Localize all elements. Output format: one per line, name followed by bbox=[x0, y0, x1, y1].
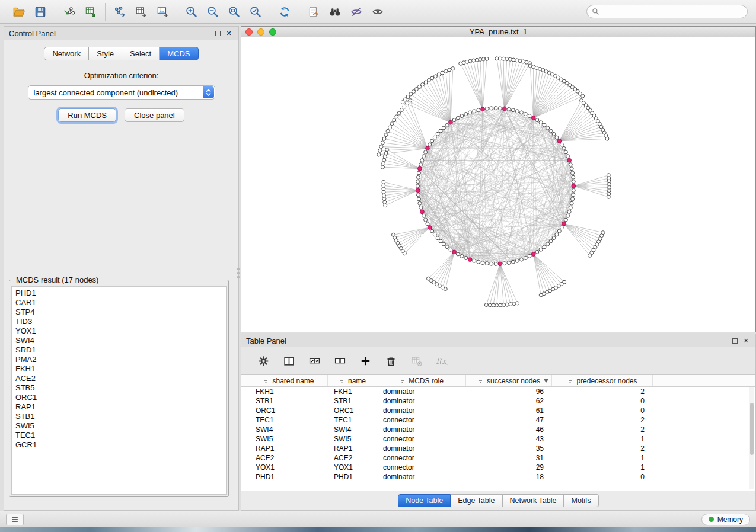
close-panel-button[interactable]: Close panel bbox=[125, 108, 184, 122]
tab-motifs[interactable]: Motifs bbox=[564, 494, 598, 507]
table-row[interactable]: TEC1TEC1connector472 bbox=[250, 415, 755, 425]
tab-node-table[interactable]: Node Table bbox=[398, 494, 451, 507]
table-cell[interactable]: 61 bbox=[466, 406, 552, 415]
table-row[interactable]: STB1STB1dominator620 bbox=[250, 396, 755, 406]
export-table-button[interactable] bbox=[132, 3, 151, 21]
mcds-result-item[interactable]: TID3 bbox=[15, 317, 226, 326]
table-cell[interactable]: 2 bbox=[552, 444, 653, 453]
table-row[interactable]: ORC1ORC1dominator610 bbox=[250, 406, 755, 415]
select-all-checkboxes-button[interactable] bbox=[307, 353, 322, 368]
table-cell[interactable]: 18 bbox=[466, 472, 552, 482]
column-header-successor-nodes[interactable]: successor nodes bbox=[466, 375, 552, 386]
delete-column-button[interactable] bbox=[383, 353, 398, 368]
close-panel-icon[interactable]: ✕ bbox=[224, 28, 234, 38]
table-cell[interactable]: YOX1 bbox=[250, 463, 328, 472]
table-cell[interactable]: dominator bbox=[377, 444, 466, 453]
table-cell[interactable]: TEC1 bbox=[328, 415, 377, 425]
table-cell[interactable]: SWI4 bbox=[250, 425, 328, 434]
run-mcds-button[interactable]: Run MCDS bbox=[58, 108, 116, 122]
table-scrollbar[interactable] bbox=[749, 387, 754, 489]
mcds-result-item[interactable]: GCR1 bbox=[15, 440, 226, 450]
table-cell[interactable]: PHD1 bbox=[328, 472, 377, 482]
table-cell[interactable]: 1 bbox=[552, 463, 653, 472]
table-cell[interactable]: FKH1 bbox=[328, 387, 377, 396]
mcds-result-item[interactable]: SWI5 bbox=[15, 421, 226, 431]
import-table-button[interactable] bbox=[81, 3, 100, 21]
panel-menu-button[interactable] bbox=[6, 514, 24, 525]
table-cell[interactable]: 2 bbox=[552, 387, 653, 396]
save-button[interactable] bbox=[31, 3, 50, 21]
table-cell[interactable]: 0 bbox=[552, 406, 653, 415]
mcds-result-item[interactable]: FKH1 bbox=[15, 364, 226, 374]
table-cell[interactable]: PHD1 bbox=[250, 472, 328, 482]
export-image-button[interactable] bbox=[153, 3, 172, 21]
mcds-result-item[interactable]: YOX1 bbox=[15, 326, 226, 336]
optimization-criterion-select[interactable]: largest connected component (undirected) bbox=[28, 85, 215, 100]
table-cell[interactable]: RAP1 bbox=[328, 444, 377, 453]
mcds-result-item[interactable]: SRD1 bbox=[15, 345, 226, 355]
mcds-result-item[interactable]: STB5 bbox=[15, 383, 226, 393]
table-cell[interactable]: dominator bbox=[377, 387, 466, 396]
table-cell[interactable]: STB1 bbox=[250, 396, 328, 406]
table-cell[interactable]: SWI5 bbox=[250, 434, 328, 444]
clear-selection-checkboxes-button[interactable] bbox=[332, 353, 347, 368]
table-cell[interactable]: 47 bbox=[466, 415, 552, 425]
share-document-button[interactable] bbox=[304, 3, 323, 21]
mcds-result-item[interactable]: SWI4 bbox=[15, 336, 226, 345]
table-cell[interactable]: 2 bbox=[552, 425, 653, 434]
tab-edge-table[interactable]: Edge Table bbox=[451, 494, 502, 507]
table-cell[interactable]: 1 bbox=[552, 434, 653, 444]
mcds-result-item[interactable]: ORC1 bbox=[15, 393, 226, 402]
mcds-result-item[interactable]: ACE2 bbox=[15, 374, 226, 383]
export-network-button[interactable] bbox=[110, 3, 129, 21]
tab-select[interactable]: Select bbox=[122, 47, 160, 60]
search-box[interactable] bbox=[586, 5, 748, 18]
mcds-result-item[interactable]: TEC1 bbox=[15, 431, 226, 440]
table-cell[interactable]: 35 bbox=[466, 444, 552, 453]
memory-button[interactable]: Memory bbox=[701, 514, 750, 525]
table-cell[interactable]: ACE2 bbox=[250, 453, 328, 463]
table-cell[interactable]: dominator bbox=[377, 406, 466, 415]
column-header-name[interactable]: name bbox=[328, 375, 377, 386]
table-cell[interactable]: 0 bbox=[552, 472, 653, 482]
table-cell[interactable]: ACE2 bbox=[328, 453, 377, 463]
import-network-button[interactable] bbox=[60, 3, 79, 21]
column-header-shared-name[interactable]: shared name bbox=[250, 375, 328, 386]
minimize-window-button[interactable] bbox=[257, 28, 264, 36]
panel-splitter-handle[interactable] bbox=[237, 265, 240, 281]
mcds-result-item[interactable]: CAR1 bbox=[15, 298, 226, 307]
table-cell[interactable]: SWI4 bbox=[328, 425, 377, 434]
table-cell[interactable]: dominator bbox=[377, 425, 466, 434]
table-cell[interactable]: 1 bbox=[552, 453, 653, 463]
table-row[interactable]: FKH1FKH1dominator962 bbox=[250, 387, 755, 396]
table-cell[interactable]: 0 bbox=[552, 396, 653, 406]
table-cell[interactable]: 31 bbox=[466, 453, 552, 463]
tab-network-table[interactable]: Network Table bbox=[503, 494, 564, 507]
table-row[interactable]: PHD1PHD1dominator180 bbox=[250, 472, 755, 482]
table-cell[interactable]: RAP1 bbox=[250, 444, 328, 453]
zoom-in-button[interactable] bbox=[182, 3, 201, 21]
table-row[interactable]: ACE2ACE2connector311 bbox=[250, 453, 755, 463]
close-table-panel-icon[interactable]: ✕ bbox=[741, 336, 751, 345]
table-cell[interactable]: dominator bbox=[377, 472, 466, 482]
settings-gear-button[interactable] bbox=[256, 353, 271, 368]
table-scrollbar-thumb[interactable] bbox=[750, 403, 754, 455]
column-header-predecessor-nodes[interactable]: predecessor nodes bbox=[552, 375, 653, 386]
table-cell[interactable]: connector bbox=[377, 415, 466, 425]
zoom-out-button[interactable] bbox=[203, 3, 222, 21]
zoom-fit-button[interactable] bbox=[225, 3, 244, 21]
table-cell[interactable]: connector bbox=[377, 463, 466, 472]
mcds-result-item[interactable]: PHD1 bbox=[15, 289, 226, 298]
table-cell[interactable]: 96 bbox=[466, 387, 552, 396]
table-cell[interactable]: dominator bbox=[377, 396, 466, 406]
maximize-window-button[interactable] bbox=[269, 28, 276, 36]
tab-mcds[interactable]: MCDS bbox=[160, 47, 198, 60]
search-input[interactable] bbox=[602, 8, 742, 16]
table-cell[interactable]: 29 bbox=[466, 463, 552, 472]
table-row[interactable]: SWI5SWI5connector431 bbox=[250, 434, 755, 444]
table-cell[interactable]: connector bbox=[377, 453, 466, 463]
table-cell[interactable]: YOX1 bbox=[328, 463, 377, 472]
show-columns-button[interactable] bbox=[281, 353, 296, 368]
add-column-button[interactable] bbox=[358, 353, 373, 368]
tab-style[interactable]: Style bbox=[89, 47, 122, 60]
